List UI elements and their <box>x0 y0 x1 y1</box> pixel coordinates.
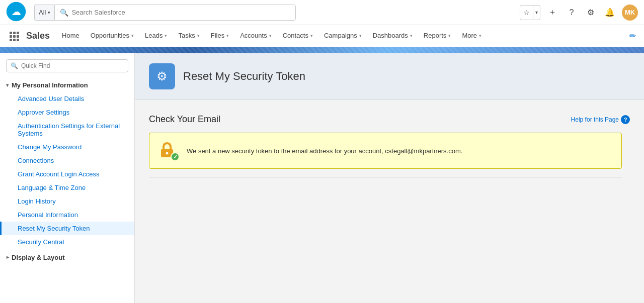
sidebar-item-label-reset-security-token: Reset My Security Token <box>18 225 90 232</box>
sidebar-item-language-timezone[interactable]: Language & Time Zone <box>0 181 134 194</box>
sidebar-section-display-header[interactable]: ▾ Display & Layout <box>0 251 134 264</box>
nav-label-more: More <box>462 32 477 39</box>
favorites-dropdown-button[interactable]: ▾ <box>533 6 540 20</box>
svg-rect-4 <box>17 32 19 34</box>
sidebar-item-connections[interactable]: Connections <box>0 154 134 167</box>
nav-label-opportunities: Opportunities <box>91 32 129 39</box>
svg-rect-2 <box>10 32 12 34</box>
nav-chevron-campaigns: ▾ <box>359 33 362 38</box>
sidebar-item-label-security-central: Security Central <box>18 238 64 246</box>
svg-rect-10 <box>17 39 19 41</box>
search-box: 🔍 <box>54 5 296 21</box>
nav-item-contacts[interactable]: Contacts ▾ <box>278 25 318 47</box>
notifications-button[interactable]: 🔔 <box>603 6 617 20</box>
search-input[interactable] <box>71 9 290 16</box>
sidebar-item-auth-settings[interactable]: Authentication Settings for External Sys… <box>0 119 134 140</box>
sidebar-item-grant-access[interactable]: Grant Account Login Access <box>0 167 134 181</box>
nav-item-reports[interactable]: Reports ▾ <box>419 25 456 47</box>
favorites-star-button[interactable]: ☆ <box>520 6 533 20</box>
success-message: We sent a new security token to the emai… <box>187 147 462 155</box>
svg-rect-5 <box>10 35 12 38</box>
search-container: All ▾ 🔍 <box>34 5 296 21</box>
search-scope-label: All <box>39 9 46 16</box>
setup-button[interactable]: ⚙ <box>584 6 598 20</box>
nav-item-accounts[interactable]: Accounts ▾ <box>235 25 276 47</box>
check-badge-icon: ✓ <box>171 152 180 161</box>
sidebar-item-personal-information[interactable]: Personal Information <box>0 208 134 222</box>
sidebar-item-label-change-password: Change My Password <box>18 143 82 151</box>
help-circle-icon: ? <box>621 115 630 124</box>
sidebar-item-label-personal-information: Personal Information <box>18 211 78 219</box>
nav-item-home[interactable]: Home <box>57 25 85 47</box>
nav-chevron-tasks: ▾ <box>197 33 200 38</box>
nav-chevron-contacts: ▾ <box>310 33 313 38</box>
nav-chevron-files: ▾ <box>226 33 229 38</box>
content-divider <box>149 177 622 177</box>
sidebar-item-reset-security-token[interactable]: Reset My Security Token <box>0 222 134 235</box>
sidebar-item-label-advanced-user-details: Advanced User Details <box>18 95 84 103</box>
wave-banner <box>0 47 644 53</box>
sidebar-item-approver-settings[interactable]: Approver Settings <box>0 106 134 119</box>
nav-edit-button[interactable]: ✏ <box>627 29 638 43</box>
chevron-personal-icon: ▾ <box>6 82 9 88</box>
help-link-label: Help for this Page <box>571 116 619 123</box>
sidebar-item-label-grant-access: Grant Account Login Access <box>18 170 100 178</box>
sidebar-section-display: ▾ Display & Layout <box>0 251 134 264</box>
salesforce-logo[interactable]: ☁ <box>6 2 26 23</box>
search-icon: 🔍 <box>60 9 68 17</box>
top-actions: ☆ ▾ ＋ ? ⚙ 🔔 MK <box>520 5 638 21</box>
nav-item-more[interactable]: More ▾ <box>457 25 487 47</box>
sidebar: 🔍 ▾ My Personal Information Advanced Use… <box>0 53 135 303</box>
nav-item-campaigns[interactable]: Campaigns ▾ <box>319 25 367 47</box>
gear-icon: ⚙ <box>156 69 168 83</box>
sidebar-section-display-label: Display & Layout <box>12 254 64 261</box>
page-title: Reset My Security Token <box>183 70 305 83</box>
nav-label-campaigns: Campaigns <box>324 32 357 39</box>
help-button[interactable]: ? <box>565 6 579 20</box>
nav-item-tasks[interactable]: Tasks ▾ <box>173 25 204 47</box>
section-title-row: Check Your Email Help for this Page ? <box>149 114 630 125</box>
sidebar-search-input[interactable] <box>21 62 124 69</box>
svg-rect-3 <box>13 32 16 34</box>
app-launcher-button[interactable] <box>6 28 22 44</box>
page-header-icon: ⚙ <box>149 63 175 89</box>
add-button[interactable]: ＋ <box>545 6 559 20</box>
nav-chevron-accounts: ▾ <box>269 33 272 38</box>
sidebar-section-personal: ▾ My Personal Information Advanced User … <box>0 78 134 249</box>
nav-chevron-reports: ▾ <box>448 33 451 38</box>
sidebar-item-login-history[interactable]: Login History <box>0 194 134 208</box>
sidebar-item-change-password[interactable]: Change My Password <box>0 140 134 154</box>
nav-label-home: Home <box>62 32 79 39</box>
nav-label-reports: Reports <box>424 32 447 39</box>
svg-point-13 <box>166 152 169 155</box>
svg-rect-7 <box>17 35 19 38</box>
sidebar-item-label-login-history: Login History <box>18 197 56 205</box>
sidebar-item-label-auth-settings: Authentication Settings for External Sys… <box>18 122 128 137</box>
sidebar-item-advanced-user-details[interactable]: Advanced User Details <box>0 92 134 106</box>
nav-item-files[interactable]: Files ▾ <box>206 25 234 47</box>
nav-item-leads[interactable]: Leads ▾ <box>140 25 172 47</box>
help-for-page-link[interactable]: Help for this Page ? <box>571 115 630 124</box>
sidebar-item-security-central[interactable]: Security Central <box>0 235 134 249</box>
sidebar-search-icon: 🔍 <box>11 62 18 69</box>
success-icon-stack: ✓ <box>158 140 180 161</box>
nav-item-opportunities[interactable]: Opportunities ▾ <box>86 25 139 47</box>
nav-chevron-leads: ▾ <box>165 33 167 38</box>
nav-item-dashboards[interactable]: Dashboards ▾ <box>368 25 418 47</box>
section-title: Check Your Email <box>149 114 220 125</box>
sidebar-section-personal-header[interactable]: ▾ My Personal Information <box>0 78 134 92</box>
svg-rect-9 <box>13 39 16 41</box>
page-header: ⚙ Reset My Security Token <box>135 53 644 100</box>
search-scope-selector[interactable]: All ▾ <box>34 5 54 21</box>
success-box: ✓ We sent a new security token to the em… <box>149 133 622 169</box>
favorites-combo: ☆ ▾ <box>520 5 540 20</box>
nav-label-files: Files <box>211 32 224 39</box>
nav-label-leads: Leads <box>145 32 163 39</box>
chevron-display-icon: ▾ <box>5 256 10 259</box>
nav-label-dashboards: Dashboards <box>373 32 408 39</box>
sidebar-item-label-language-timezone: Language & Time Zone <box>18 184 86 191</box>
avatar[interactable]: MK <box>622 5 638 21</box>
svg-rect-6 <box>13 35 16 38</box>
nav-label-accounts: Accounts <box>240 32 267 39</box>
svg-text:☁: ☁ <box>12 7 21 17</box>
